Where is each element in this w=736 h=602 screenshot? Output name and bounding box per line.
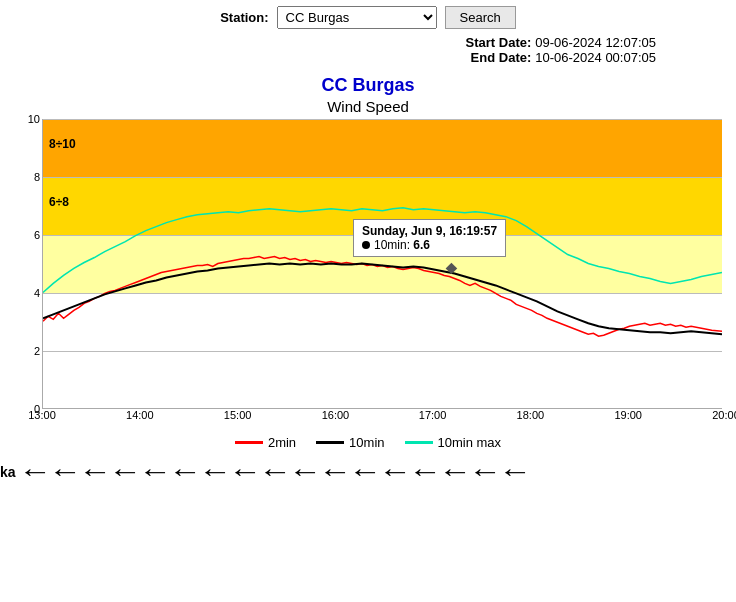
start-date-value: 09-06-2024 12:07:05 (535, 35, 656, 50)
y-label-6: 6 (34, 229, 40, 241)
wind-arrow-2: ← (48, 456, 82, 488)
line-10min (43, 264, 722, 335)
wind-arrow-4: ← (108, 456, 142, 488)
wind-arrow-14: ← (408, 456, 442, 488)
wind-arrow-7: ← (198, 456, 232, 488)
station-select[interactable]: CC Burgas (277, 6, 437, 29)
wind-direction-row: ka ← ← ← ← ← ← ← ← ← ← ← ← ← ← ← ← ← (0, 450, 736, 488)
wind-arrow-10: ← (288, 456, 322, 488)
tooltip-series: 10min: 6.6 (374, 238, 430, 252)
wind-arrow-6: ← (168, 456, 202, 488)
y-label-10: 10 (28, 113, 40, 125)
chart-title: CC Burgas (0, 75, 736, 96)
start-date-row: Start Date: 09-06-2024 12:07:05 (466, 35, 656, 50)
y-label-8: 8 (34, 171, 40, 183)
chart-svg (43, 119, 722, 408)
start-date-label: Start Date: (466, 35, 532, 50)
legend-label-10min: 10min (349, 435, 384, 450)
legend-2min: 2min (235, 435, 296, 450)
chart-subtitle: Wind Speed (0, 98, 736, 115)
wind-arrow-8: ← (228, 456, 262, 488)
x-label-18: 18:00 (517, 409, 545, 421)
wind-arrow-11: ← (318, 456, 352, 488)
wind-arrow-17: ← (498, 456, 532, 488)
x-label-19: 19:00 (614, 409, 642, 421)
x-label-20: 20:00 (712, 409, 736, 421)
x-axis: 13:00 14:00 15:00 16:00 17:00 18:00 19:0… (42, 409, 726, 429)
legend-line-2min (235, 441, 263, 444)
search-button[interactable]: Search (445, 6, 516, 29)
wind-arrow-5: ← (138, 456, 172, 488)
wind-dir-label: ka (0, 464, 16, 480)
wind-arrow-9: ← (258, 456, 292, 488)
legend-line-10min (316, 441, 344, 444)
wind-arrow-16: ← (468, 456, 502, 488)
x-label-13: 13:00 (28, 409, 56, 421)
wind-arrow-13: ← (378, 456, 412, 488)
legend-10min-max: 10min max (405, 435, 502, 450)
x-label-16: 16:00 (322, 409, 350, 421)
legend: 2min 10min 10min max (0, 435, 736, 450)
wind-arrow-12: ← (348, 456, 382, 488)
line-2min (43, 257, 722, 337)
wind-arrow-1: ← (18, 456, 52, 488)
x-label-17: 17:00 (419, 409, 447, 421)
end-date-value: 10-06-2024 00:07:05 (535, 50, 656, 65)
tooltip-value-row: 10min: 6.6 (362, 238, 497, 252)
legend-line-10min-max (405, 441, 433, 444)
station-label: Station: (220, 10, 268, 25)
header: Station: CC Burgas Search (0, 0, 736, 35)
end-date-label: End Date: (471, 50, 532, 65)
tooltip-value: 6.6 (413, 238, 430, 252)
wind-arrow-3: ← (78, 456, 112, 488)
tooltip: Sunday, Jun 9, 16:19:57 10min: 6.6 (353, 219, 506, 257)
y-label-2: 2 (34, 345, 40, 357)
tooltip-dot (362, 241, 370, 249)
legend-label-2min: 2min (268, 435, 296, 450)
chart-plot-area: 8÷10 6÷8 Sunday, Jun 9, 16:19 (42, 119, 722, 409)
wind-arrow-15: ← (438, 456, 472, 488)
legend-label-10min-max: 10min max (438, 435, 502, 450)
y-label-4: 4 (34, 287, 40, 299)
x-label-15: 15:00 (224, 409, 252, 421)
tooltip-title: Sunday, Jun 9, 16:19:57 (362, 224, 497, 238)
x-label-14: 14:00 (126, 409, 154, 421)
y-label-0: 0 (34, 403, 40, 415)
end-date-row: End Date: 10-06-2024 00:07:05 (471, 50, 656, 65)
legend-10min: 10min (316, 435, 384, 450)
